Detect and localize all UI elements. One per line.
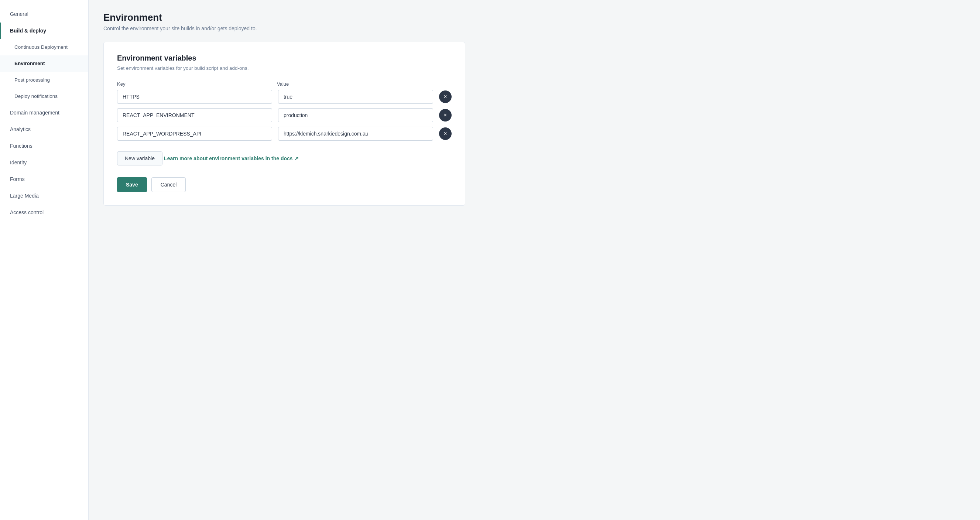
- card-description: Set environment variables for your build…: [117, 65, 452, 71]
- sidebar-item-deploy-notifications[interactable]: Deploy notifications: [0, 88, 88, 105]
- delete-var-button-2[interactable]: ×: [439, 127, 452, 140]
- sidebar-item-environment[interactable]: Environment: [0, 56, 88, 72]
- sidebar-item-identity[interactable]: Identity: [0, 154, 88, 171]
- sidebar-item-post-processing[interactable]: Post processing: [0, 72, 88, 88]
- sidebar-item-general[interactable]: General: [0, 6, 88, 22]
- learn-more-link[interactable]: Learn more about environment variables i…: [164, 156, 298, 161]
- var-row-1: ×: [117, 108, 452, 122]
- page-title: Environment: [103, 12, 965, 23]
- sidebar-item-domain-management[interactable]: Domain management: [0, 105, 88, 121]
- sidebar-item-build-deploy[interactable]: Build & deploy: [0, 22, 88, 39]
- value-col-label: Value: [277, 81, 431, 87]
- var-key-input-1[interactable]: [117, 108, 272, 122]
- var-value-input-0[interactable]: [278, 90, 433, 104]
- new-variable-button[interactable]: New variable: [117, 151, 162, 165]
- sidebar-item-analytics[interactable]: Analytics: [0, 121, 88, 138]
- var-value-input-1[interactable]: [278, 108, 433, 122]
- sidebar-item-forms[interactable]: Forms: [0, 171, 88, 188]
- cancel-button[interactable]: Cancel: [151, 177, 186, 192]
- var-value-input-2[interactable]: [278, 127, 433, 141]
- action-row: Save Cancel: [117, 177, 452, 192]
- var-row-2: ×: [117, 127, 452, 141]
- card-title: Environment variables: [117, 54, 452, 62]
- delete-var-button-0[interactable]: ×: [439, 91, 452, 103]
- key-col-label: Key: [117, 81, 271, 87]
- var-key-input-0[interactable]: [117, 90, 272, 104]
- main-content: Environment Control the environment your…: [89, 0, 980, 520]
- sidebar-item-functions[interactable]: Functions: [0, 138, 88, 154]
- sidebar-item-access-control[interactable]: Access control: [0, 204, 88, 221]
- vars-header: Key Value: [117, 81, 452, 87]
- sidebar: GeneralBuild & deployContinuous Deployme…: [0, 0, 89, 520]
- var-key-input-2[interactable]: [117, 127, 272, 141]
- environment-card: Environment variables Set environment va…: [103, 42, 465, 206]
- var-row-0: ×: [117, 90, 452, 104]
- delete-var-button-1[interactable]: ×: [439, 109, 452, 121]
- sidebar-item-large-media[interactable]: Large Media: [0, 188, 88, 204]
- save-button[interactable]: Save: [117, 177, 147, 192]
- page-subtitle: Control the environment your site builds…: [103, 25, 965, 32]
- sidebar-item-continuous-deployment[interactable]: Continuous Deployment: [0, 39, 88, 56]
